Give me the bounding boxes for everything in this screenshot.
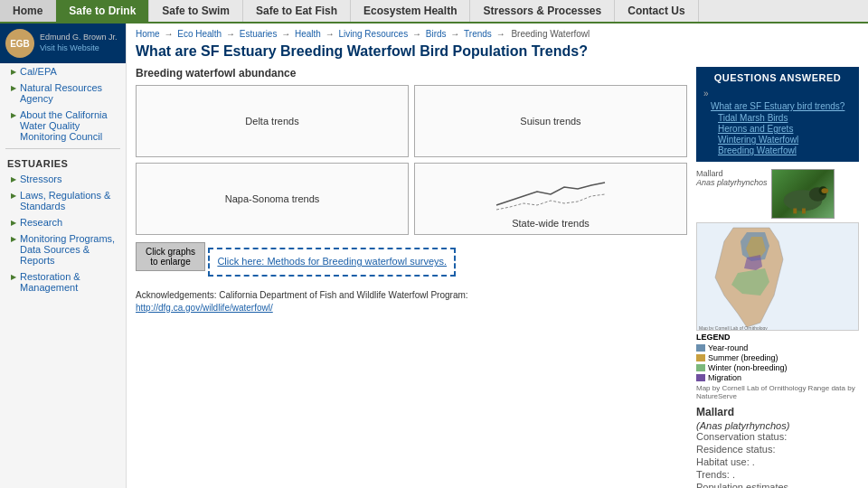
duck-svg bbox=[772, 169, 834, 219]
population-row: Population estimates….. bbox=[696, 482, 859, 488]
content-body: Breeding waterfowl abundance Delta trend… bbox=[136, 67, 859, 488]
duck-image bbox=[771, 169, 835, 219]
sidebar: EGB Edmund G. Brown Jr. Visit his Websit… bbox=[0, 23, 127, 488]
nav-home[interactable]: Home bbox=[0, 0, 56, 22]
acknowledgements: Acknowledgements: California Department … bbox=[136, 289, 687, 314]
sidebar-item-about-council[interactable]: About the California Water Quality Monit… bbox=[0, 107, 126, 145]
nav-safe-to-swim[interactable]: Safe to Swim bbox=[149, 0, 243, 22]
main-content: Home → Eco Health → Estuaries → Health →… bbox=[127, 23, 868, 488]
breadcrumb-birds[interactable]: Birds bbox=[426, 29, 447, 39]
legend-item-summer: Summer (breeding) bbox=[696, 353, 859, 362]
duck-common-name: Mallard bbox=[696, 406, 859, 418]
nav-safe-to-eat-fish[interactable]: Safe to Eat Fish bbox=[243, 0, 351, 22]
breadcrumb: Home → Eco Health → Estuaries → Health →… bbox=[136, 29, 859, 39]
methods-link-box[interactable]: Click here: Methods for Breeding waterfo… bbox=[208, 248, 456, 276]
section-heading: Breeding waterfowl abundance bbox=[136, 67, 687, 80]
breadcrumb-living-resources[interactable]: Living Resources bbox=[338, 29, 408, 39]
population-label: Population estimates….. bbox=[696, 482, 804, 488]
sidebar-item-laws-regs[interactable]: Laws, Regulations & Standards bbox=[0, 187, 126, 214]
nav-ecosystem-health[interactable]: Ecosystem Health bbox=[351, 0, 470, 22]
suisun-trends-label: Suisun trends bbox=[520, 116, 580, 127]
governor-info: Edmund G. Brown Jr. Visit his Website bbox=[40, 33, 118, 53]
svg-rect-5 bbox=[802, 209, 806, 214]
trends-label: Trends: . bbox=[696, 469, 735, 480]
breadcrumb-arrow: → bbox=[164, 29, 175, 39]
nav-contact-us[interactable]: Contact Us bbox=[615, 0, 698, 22]
right-panel: QUESTIONS ANSWERED » What are SF Estuary… bbox=[696, 67, 859, 488]
breadcrumb-home[interactable]: Home bbox=[136, 29, 160, 39]
delta-trends-box[interactable]: Delta trends bbox=[136, 85, 409, 157]
trend-grid: Delta trends Suisun trends Napa-Sonoma t… bbox=[136, 85, 687, 235]
qa-sub-wintering-waterfowl[interactable]: Wintering Waterfowl bbox=[718, 135, 852, 145]
qa-main-link[interactable]: What are SF Estuary bird trends? bbox=[711, 101, 852, 111]
duck-detail-panel: Mallard (Anas platyrhynchos) Conservatio… bbox=[696, 406, 859, 488]
suisun-trends-box[interactable]: Suisun trends bbox=[414, 85, 687, 157]
habitat-row: Habitat use: . bbox=[696, 456, 859, 467]
legend-title: LEGEND bbox=[696, 333, 859, 342]
breadcrumb-arrow4: → bbox=[326, 29, 337, 39]
acknowledgements-text: Acknowledgements: California Department … bbox=[136, 290, 468, 300]
mallard-latin-label: MallardAnas platyrhynchos bbox=[696, 169, 768, 187]
legend-color-winter bbox=[696, 364, 705, 371]
map-svg: Map by Cornell Lab of Ornithology bbox=[697, 223, 859, 331]
svg-rect-4 bbox=[793, 209, 797, 214]
enlarge-button[interactable]: Click graphsto enlarge bbox=[136, 242, 205, 271]
enlarge-label: Click graphsto enlarge bbox=[146, 247, 195, 267]
svg-text:Map by Cornell Lab of Ornithol: Map by Cornell Lab of Ornithology bbox=[699, 325, 768, 331]
statewide-chart-svg bbox=[415, 169, 686, 214]
residence-status-row: Residence status: bbox=[696, 444, 859, 455]
qa-bullet: » bbox=[703, 89, 709, 99]
breadcrumb-arrow3: → bbox=[281, 29, 293, 39]
breadcrumb-arrow7: → bbox=[496, 29, 508, 39]
delta-trends-label: Delta trends bbox=[245, 116, 298, 127]
qa-sub-breeding-waterfowl[interactable]: Breeding Waterfowl bbox=[718, 145, 852, 155]
sidebar-item-restoration[interactable]: Restoration & Management bbox=[0, 268, 126, 296]
legend-color-migration bbox=[696, 374, 705, 381]
duck-scientific-name: (Anas platyrhynchos) bbox=[696, 420, 859, 431]
legend-color-year-round bbox=[696, 344, 705, 352]
governor-portrait: EGB bbox=[5, 29, 34, 58]
sidebar-section-estuaries: ESTUARIES bbox=[0, 153, 126, 171]
governor-name: Edmund G. Brown Jr. bbox=[40, 33, 118, 42]
legend-label-summer: Summer (breeding) bbox=[708, 353, 778, 362]
napa-sonoma-trends-box[interactable]: Napa-Sonoma trends bbox=[136, 163, 409, 235]
duck-species-name-box: MallardAnas platyrhynchos bbox=[696, 169, 768, 187]
breadcrumb-current: Breeding Waterfowl bbox=[511, 29, 590, 39]
breadcrumb-eco-health[interactable]: Eco Health bbox=[177, 29, 222, 39]
sidebar-item-monitoring[interactable]: Monitoring Programs, Data Sources & Repo… bbox=[0, 230, 126, 268]
statewide-trends-label: State-wide trends bbox=[512, 218, 590, 229]
breadcrumb-trends[interactable]: Trends bbox=[464, 29, 492, 39]
conservation-label: Conservation status: bbox=[696, 431, 787, 442]
acknowledgements-url-link[interactable]: http://dfg.ca.gov/wildlife/waterfowl/ bbox=[136, 303, 273, 313]
top-navigation: Home Safe to Drink Safe to Swim Safe to … bbox=[0, 0, 868, 23]
conservation-status-row: Conservation status: bbox=[696, 431, 859, 442]
questions-answered-box: QUESTIONS ANSWERED » What are SF Estuary… bbox=[696, 67, 859, 162]
breadcrumb-estuaries[interactable]: Estuaries bbox=[240, 29, 278, 39]
legend-item-winter: Winter (non-breeding) bbox=[696, 363, 859, 372]
statewide-trends-box[interactable]: State-wide trends bbox=[414, 163, 687, 235]
breadcrumb-health[interactable]: Health bbox=[295, 29, 321, 39]
governor-website-link[interactable]: Visit his Website bbox=[40, 43, 99, 52]
nav-stressors-processes[interactable]: Stressors & Processes bbox=[470, 0, 615, 22]
sidebar-item-research[interactable]: Research bbox=[0, 214, 126, 230]
qa-sub-tidal-marsh[interactable]: Tidal Marsh Birds bbox=[718, 113, 852, 123]
habitat-label: Habitat use: . bbox=[696, 456, 755, 467]
sidebar-item-calepa[interactable]: Cal/EPA bbox=[0, 63, 126, 80]
sidebar-divider bbox=[5, 148, 120, 149]
range-map: Map by Cornell Lab of Ornithology bbox=[696, 222, 859, 331]
qa-sub-herons-egrets[interactable]: Herons and Egrets bbox=[718, 124, 852, 134]
legend-color-summer bbox=[696, 354, 705, 361]
methods-link-text: Click here: Methods for Breeding waterfo… bbox=[217, 256, 447, 267]
legend-label-winter: Winter (non-breeding) bbox=[708, 363, 788, 372]
trends-row: Trends: . bbox=[696, 469, 859, 480]
legend-label-migration: Migration bbox=[708, 373, 741, 382]
svg-point-3 bbox=[821, 188, 828, 193]
sidebar-item-natural-resources[interactable]: Natural Resources Agency bbox=[0, 80, 126, 107]
residence-label: Residence status: bbox=[696, 444, 775, 455]
breadcrumb-arrow5: → bbox=[412, 29, 424, 39]
range-map-container: Map by Cornell Lab of Ornithology LEGEND… bbox=[696, 222, 859, 400]
nav-safe-to-drink[interactable]: Safe to Drink bbox=[56, 0, 149, 22]
questions-answered-title: QUESTIONS ANSWERED bbox=[703, 72, 852, 83]
duck-scientific-name-text: Anas platyrhynchos bbox=[700, 420, 787, 431]
sidebar-item-stressors[interactable]: Stressors bbox=[0, 171, 126, 187]
